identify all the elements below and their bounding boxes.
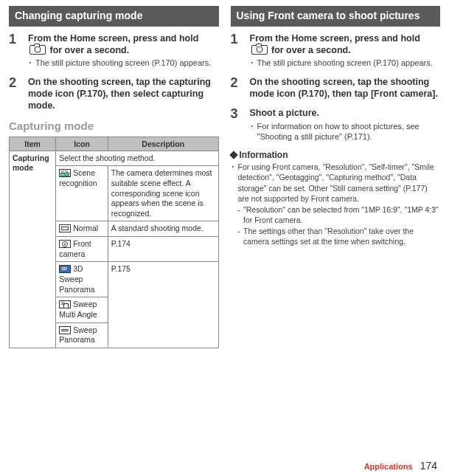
step-number: 2 <box>231 76 243 100</box>
step1-text-after: for over a second. <box>271 45 351 55</box>
right-step-2: 2 On the shooting screen, tap the shooti… <box>231 76 441 100</box>
left-step-2: 2 On the shooting screen, tap the captur… <box>9 76 219 112</box>
bullet-dot: ･ <box>28 58 32 69</box>
page-footer: Applications 174 <box>364 460 437 472</box>
information-label: Information <box>240 150 288 160</box>
dash: - <box>238 205 241 225</box>
bullet-dot: ･ <box>250 121 254 143</box>
information-heading: Information <box>231 150 441 160</box>
bullet-dot: ･ <box>231 162 235 204</box>
camera-key-icon <box>29 45 46 55</box>
step-number: 1 <box>231 32 243 69</box>
info-main: For using Front camera, "Resolution", "S… <box>238 162 441 204</box>
step1-text-before: From the Home screen, press and hold <box>250 33 420 44</box>
step-title: From the Home screen, press and hold for… <box>28 32 219 57</box>
step3-bullet: For information on how to shoot pictures… <box>257 121 441 143</box>
step1-text-after: for over a second. <box>49 45 129 55</box>
table-row: Capturing mode Select the shooting metho… <box>10 151 219 166</box>
info-sub2: The settings other than "Resolution" tak… <box>243 227 440 246</box>
step1-bullet: The still picture shooting screen (P.170… <box>35 58 211 69</box>
icon-label: Normal <box>73 224 98 232</box>
bullet-dot: ･ <box>250 58 254 69</box>
diamond-icon <box>229 151 237 159</box>
desc-cell: A standard shooting mode. <box>108 221 218 237</box>
front-camera-icon <box>59 240 71 248</box>
desc-cell: The camera determines most suitable scen… <box>108 166 218 221</box>
desc-cell: P.175 <box>108 262 218 348</box>
th-icon: Icon <box>56 137 108 151</box>
right-column: Using Front camera to shoot pictures 1 F… <box>231 6 441 348</box>
step-number: 3 <box>231 107 243 142</box>
sweep-multi-angle-icon <box>59 300 71 308</box>
right-step-1: 1 From the Home screen, press and hold f… <box>231 32 441 69</box>
th-item: Item <box>10 137 56 151</box>
scene-recognition-icon <box>59 169 71 177</box>
step1-text-before: From the Home screen, press and hold <box>28 33 198 44</box>
desc-cell: P.174 <box>108 237 218 262</box>
row-label: Capturing mode <box>10 151 56 348</box>
step-title: Shoot a picture. <box>250 107 441 119</box>
dash: - <box>238 227 241 246</box>
row-span-text: Select the shooting method. <box>56 151 218 166</box>
step-title: On the shooting screen, tap the shooting… <box>250 76 441 100</box>
footer-page-number: 174 <box>420 460 437 472</box>
left-column: Changing capturing mode 1 From the Home … <box>9 6 219 348</box>
step-number: 1 <box>9 32 21 69</box>
step-title: From the Home screen, press and hold for… <box>250 32 441 57</box>
camera-key-icon <box>251 45 268 55</box>
step-number: 2 <box>9 76 21 112</box>
info-sub1: "Resolution" can be selected from "1MP 1… <box>243 205 440 225</box>
3d-sweep-icon <box>59 265 71 273</box>
capturing-mode-subheading: Capturing mode <box>9 120 219 132</box>
sweep-panorama-icon <box>59 326 71 334</box>
right-step-3: 3 Shoot a picture. ･ For information on … <box>231 107 441 142</box>
capturing-mode-table: Item Icon Description Capturing mode Sel… <box>9 137 219 348</box>
step1-bullet: The still picture shooting screen (P.170… <box>257 58 433 69</box>
left-step-1: 1 From the Home screen, press and hold f… <box>9 32 219 69</box>
footer-section: Applications <box>364 462 413 471</box>
th-desc: Description <box>108 137 218 151</box>
step-title: On the shooting screen, tap the capturin… <box>28 76 219 112</box>
left-heading: Changing capturing mode <box>9 6 219 27</box>
normal-icon <box>59 224 71 232</box>
right-heading: Using Front camera to shoot pictures <box>231 6 441 27</box>
